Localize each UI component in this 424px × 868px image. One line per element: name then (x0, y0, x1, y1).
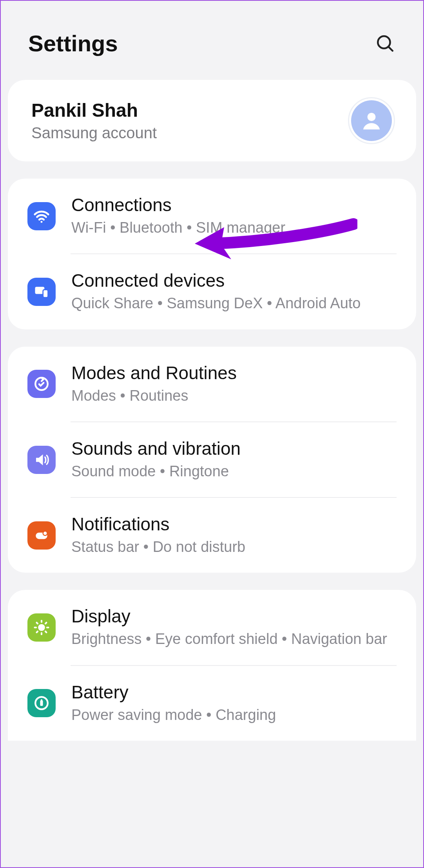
account-sub: Samsung account (31, 124, 157, 142)
svg-line-14 (37, 623, 38, 624)
row-notifications[interactable]: Notifications Status bar • Do not distur… (8, 498, 416, 573)
sun-icon (27, 613, 56, 642)
row-connections[interactable]: Connections Wi-Fi • Bluetooth • SIM mana… (8, 179, 416, 253)
row-sounds-vibration[interactable]: Sounds and vibration Sound mode • Ringto… (8, 422, 416, 497)
sub-sounds-vibration: Sound mode • Ringtone (71, 461, 397, 481)
sub-modes-routines: Modes • Routines (71, 386, 397, 406)
title-connected-devices: Connected devices (71, 270, 397, 291)
row-connected-devices[interactable]: Connected devices Quick Share • Samsung … (8, 254, 416, 329)
text-sounds-vibration: Sounds and vibration Sound mode • Ringto… (71, 438, 397, 481)
devices-icon (27, 278, 56, 306)
text-modes-routines: Modes and Routines Modes • Routines (71, 362, 397, 406)
search-icon (375, 34, 395, 53)
sub-battery: Power saving mode • Charging (71, 705, 397, 725)
sub-notifications: Status bar • Do not disturb (71, 537, 397, 557)
sub-connected-devices: Quick Share • Samsung DeX • Android Auto (71, 293, 397, 313)
battery-icon (27, 689, 56, 717)
avatar (348, 97, 395, 144)
text-display: Display Brightness • Eye comfort shield … (71, 606, 397, 649)
notifications-icon (27, 521, 56, 550)
account-text: Pankil Shah Samsung account (31, 99, 157, 142)
group-display: Display Brightness • Eye comfort shield … (8, 590, 416, 741)
text-battery: Battery Power saving mode • Charging (71, 682, 397, 725)
text-notifications: Notifications Status bar • Do not distur… (71, 514, 397, 557)
header: Settings (1, 1, 423, 80)
sub-connections: Wi-Fi • Bluetooth • SIM manager (71, 218, 397, 238)
title-connections: Connections (71, 194, 397, 215)
avatar-inner (351, 100, 392, 141)
title-battery: Battery (71, 682, 397, 703)
title-modes-routines: Modes and Routines (71, 362, 397, 383)
account-card: Pankil Shah Samsung account (8, 80, 416, 161)
wifi-icon (27, 202, 56, 230)
row-battery[interactable]: Battery Power saving mode • Charging (8, 666, 416, 741)
account-row[interactable]: Pankil Shah Samsung account (8, 80, 416, 161)
svg-rect-5 (43, 289, 48, 297)
svg-line-16 (37, 631, 38, 632)
group-modes: Modes and Routines Modes • Routines Soun… (8, 347, 416, 573)
title-notifications: Notifications (71, 514, 397, 535)
svg-point-3 (41, 221, 43, 223)
svg-point-2 (368, 113, 376, 121)
sub-display: Brightness • Eye comfort shield • Naviga… (71, 629, 397, 649)
svg-rect-19 (40, 700, 43, 706)
svg-rect-20 (41, 700, 42, 701)
svg-line-1 (388, 47, 392, 51)
row-modes-routines[interactable]: Modes and Routines Modes • Routines (8, 347, 416, 421)
search-button[interactable] (375, 33, 396, 54)
group-connections: Connections Wi-Fi • Bluetooth • SIM mana… (8, 179, 416, 329)
row-display[interactable]: Display Brightness • Eye comfort shield … (8, 590, 416, 665)
text-connected-devices: Connected devices Quick Share • Samsung … (71, 270, 397, 313)
svg-line-15 (45, 631, 46, 632)
svg-point-9 (38, 624, 45, 631)
sound-icon (27, 446, 56, 474)
text-connections: Connections Wi-Fi • Bluetooth • SIM mana… (71, 194, 397, 238)
page-title: Settings (28, 30, 118, 56)
title-display: Display (71, 606, 397, 627)
account-name: Pankil Shah (31, 99, 157, 121)
svg-point-8 (43, 531, 47, 535)
routine-icon (27, 370, 56, 398)
title-sounds-vibration: Sounds and vibration (71, 438, 397, 459)
person-icon (360, 109, 383, 132)
svg-line-17 (45, 623, 46, 624)
